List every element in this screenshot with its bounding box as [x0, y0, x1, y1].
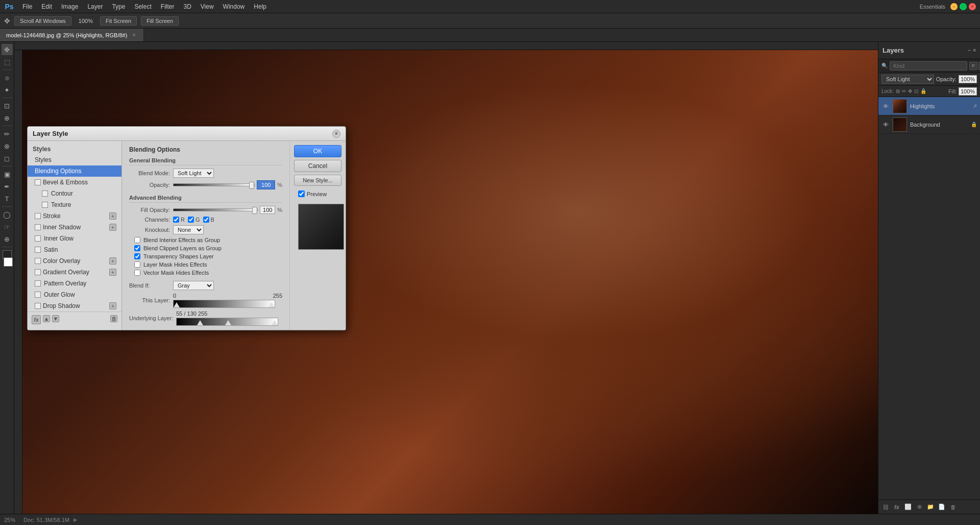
menu-3d[interactable]: 3D: [179, 2, 195, 11]
fill-screen-button[interactable]: Fill Screen: [141, 16, 179, 26]
style-item-drop-shadow[interactable]: Drop Shadow +: [28, 300, 121, 312]
opacity-slider-track[interactable]: [173, 183, 255, 186]
this-layer-slider[interactable]: [173, 300, 275, 308]
lock-artboard-icon[interactable]: ⊡: [914, 88, 918, 94]
this-layer-thumb-left[interactable]: [174, 302, 180, 307]
layer-visibility-highlights[interactable]: 👁: [881, 102, 890, 110]
style-item-contour[interactable]: Contour: [28, 188, 121, 199]
fill-opacity-slider-track[interactable]: [173, 208, 258, 211]
style-item-inner-glow[interactable]: Inner Glow: [28, 233, 121, 244]
lock-all-icon[interactable]: 🔒: [920, 88, 926, 94]
opacity-slider-thumb[interactable]: [249, 182, 254, 189]
menu-file[interactable]: File: [18, 2, 36, 11]
background-color[interactable]: [4, 257, 13, 267]
eraser-tool[interactable]: ◻: [2, 153, 13, 164]
menu-type[interactable]: Type: [108, 2, 129, 11]
ok-button[interactable]: OK: [294, 145, 341, 157]
zoom-tool[interactable]: ⊕: [2, 233, 13, 245]
filter-pixel-button[interactable]: P: [969, 62, 977, 70]
pen-tool[interactable]: ✒: [2, 181, 13, 192]
style-item-pattern-overlay[interactable]: Pattern Overlay: [28, 278, 121, 289]
layer-item-highlights[interactable]: 👁 Highlights ⇗: [878, 97, 980, 115]
knockout-select[interactable]: None: [173, 225, 204, 234]
adjustment-layer-button[interactable]: ⊕: [914, 502, 924, 512]
menu-help[interactable]: Help: [250, 2, 271, 11]
satin-checkbox[interactable]: [35, 247, 41, 253]
lock-position-icon[interactable]: ✥: [908, 88, 912, 94]
transparency-shapes-checkbox[interactable]: [134, 253, 140, 259]
style-item-color-overlay[interactable]: Color Overlay +: [28, 255, 121, 267]
outer-glow-checkbox[interactable]: [35, 292, 41, 298]
layers-blend-mode-select[interactable]: Soft Light: [881, 75, 934, 84]
channel-r-checkbox[interactable]: [173, 217, 179, 223]
shape-tool[interactable]: ◯: [2, 209, 13, 220]
menu-view[interactable]: View: [197, 2, 218, 11]
style-item-satin[interactable]: Satin: [28, 244, 121, 255]
delete-layer-button[interactable]: 🗑: [948, 502, 958, 512]
style-item-blending-options[interactable]: Blending Options: [28, 165, 121, 177]
eyedropper-tool[interactable]: ⊕: [2, 112, 13, 124]
preview-checkbox[interactable]: [298, 190, 305, 197]
hand-tool[interactable]: ☞: [2, 221, 13, 232]
style-item-stroke[interactable]: Stroke +: [28, 210, 121, 222]
inner-shadow-checkbox[interactable]: [35, 224, 41, 230]
channel-b-checkbox[interactable]: [203, 217, 209, 223]
drop-shadow-checkbox[interactable]: [35, 303, 41, 309]
new-style-button[interactable]: New Style...: [294, 175, 341, 186]
move-down-button[interactable]: ▼: [52, 315, 59, 322]
document-tab[interactable]: model-1246488.jpg @ 25% (Highlights, RGB…: [0, 29, 144, 41]
move-up-button[interactable]: ▲: [43, 315, 50, 322]
lock-brush-icon[interactable]: ✏: [902, 88, 906, 94]
layer-visibility-background[interactable]: 👁: [881, 121, 890, 129]
layer-item-background[interactable]: 👁 Background 🔒: [878, 115, 980, 134]
clone-tool[interactable]: ⊗: [2, 140, 13, 152]
stroke-add-button[interactable]: +: [109, 212, 116, 220]
color-overlay-add-button[interactable]: +: [109, 257, 116, 265]
scroll-all-windows-button[interactable]: Scroll All Windows: [14, 16, 71, 26]
underlying-thumb-right[interactable]: [272, 320, 278, 325]
magic-wand-tool[interactable]: ✦: [2, 84, 13, 96]
underlying-thumb-2[interactable]: [225, 320, 231, 325]
dialog-close-button[interactable]: ×: [332, 130, 340, 138]
style-item-bevel-emboss[interactable]: Bevel & Emboss: [28, 177, 121, 188]
underlying-thumb-1[interactable]: [197, 320, 203, 325]
texture-checkbox[interactable]: [42, 202, 48, 208]
opacity-input[interactable]: [257, 180, 275, 189]
color-overlay-checkbox[interactable]: [35, 258, 41, 264]
pattern-overlay-checkbox[interactable]: [35, 280, 41, 287]
style-item-gradient-overlay[interactable]: Gradient Overlay +: [28, 267, 121, 278]
lasso-tool[interactable]: ⌾: [2, 72, 13, 83]
cancel-button[interactable]: Cancel: [294, 160, 341, 172]
lock-checkerboard-icon[interactable]: ⊞: [896, 88, 900, 94]
layers-fill-input[interactable]: [959, 87, 977, 96]
channel-g-checkbox[interactable]: [188, 217, 194, 223]
panel-close-button[interactable]: ×: [973, 47, 976, 53]
menu-window[interactable]: Window: [219, 2, 249, 11]
layers-opacity-input[interactable]: [959, 75, 977, 83]
underlying-layer-slider[interactable]: [176, 318, 278, 326]
style-item-inner-shadow[interactable]: Inner Shadow +: [28, 222, 121, 233]
minimize-button[interactable]: −: [950, 3, 958, 10]
blend-clipped-checkbox[interactable]: [134, 245, 140, 251]
tab-close-button[interactable]: ×: [130, 32, 137, 39]
gradient-overlay-checkbox[interactable]: [35, 269, 41, 275]
gradient-overlay-add-button[interactable]: +: [109, 269, 116, 276]
layers-search-input[interactable]: [890, 61, 967, 70]
inner-glow-checkbox[interactable]: [35, 235, 41, 242]
drop-shadow-add-button[interactable]: +: [109, 302, 116, 309]
style-item-texture[interactable]: Texture: [28, 199, 121, 210]
style-item-styles[interactable]: Styles: [28, 154, 121, 165]
delete-style-button[interactable]: 🗑: [110, 315, 117, 322]
fill-opacity-slider-thumb[interactable]: [252, 207, 257, 214]
restore-button[interactable]: □: [960, 3, 967, 10]
layer-mask-checkbox[interactable]: [134, 261, 140, 268]
selection-tool[interactable]: ⬚: [2, 56, 13, 67]
brush-tool[interactable]: ✏: [2, 128, 13, 139]
menu-image[interactable]: Image: [57, 2, 82, 11]
gradient-tool[interactable]: ▣: [2, 169, 13, 180]
bevel-emboss-checkbox[interactable]: [35, 179, 41, 185]
inner-shadow-add-button[interactable]: +: [109, 224, 116, 231]
this-layer-thumb-right[interactable]: [268, 302, 275, 307]
crop-tool[interactable]: ⊡: [2, 100, 13, 111]
menu-select[interactable]: Select: [130, 2, 155, 11]
